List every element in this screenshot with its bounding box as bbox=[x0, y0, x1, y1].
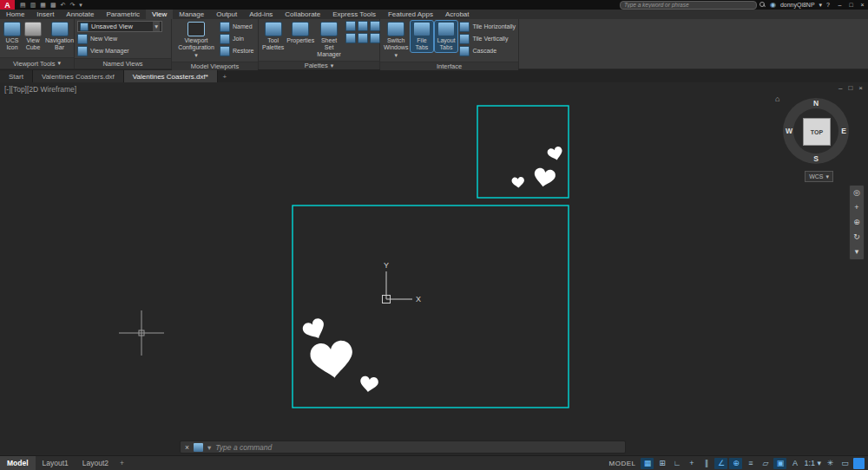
new-view-button[interactable]: New View bbox=[77, 33, 168, 44]
user-dropdown-icon[interactable]: ▾ bbox=[819, 2, 823, 9]
heart-shape-3[interactable] bbox=[301, 317, 329, 343]
named-views-panel-label[interactable]: Named Views bbox=[75, 58, 171, 69]
view-manager-button[interactable]: View Manager bbox=[77, 45, 168, 56]
view-cube-north[interactable]: N bbox=[813, 99, 819, 108]
tile-vertically-button[interactable]: Tile Vertically bbox=[459, 33, 516, 44]
coaster-outline-1[interactable] bbox=[293, 206, 569, 408]
file-tab-1[interactable]: Valentines Coasters.dxf bbox=[33, 70, 124, 82]
view-cube-east[interactable]: E bbox=[841, 127, 846, 135]
open-icon[interactable]: ▥ bbox=[30, 2, 36, 9]
annotation-visibility-icon[interactable]: A bbox=[788, 458, 801, 469]
lineweight-icon[interactable]: ≡ bbox=[744, 458, 757, 469]
shared-views-icon[interactable] bbox=[370, 33, 380, 43]
command-history-icon[interactable]: ▾ bbox=[207, 443, 211, 452]
view-cube-west[interactable]: W bbox=[786, 127, 792, 135]
tile-horizontally-button[interactable]: Tile Horizontally bbox=[459, 21, 516, 32]
maximize-button[interactable]: □ bbox=[845, 2, 857, 8]
view-combo[interactable]: Unsaved View ▾ bbox=[77, 21, 162, 32]
clean-screen-icon[interactable] bbox=[853, 458, 865, 469]
navigation-bar[interactable]: ◎+⊕↻▾ bbox=[849, 185, 865, 260]
zoom-icon[interactable]: ⊕ bbox=[853, 219, 860, 226]
count-palette-icon[interactable] bbox=[358, 21, 368, 31]
dynamic-input-icon[interactable]: + bbox=[685, 458, 698, 469]
ortho-mode-icon[interactable]: ∥ bbox=[700, 458, 713, 469]
close-button[interactable]: × bbox=[857, 2, 868, 8]
file-tab-0[interactable]: Start bbox=[0, 70, 33, 82]
viewport-close-icon[interactable]: × bbox=[858, 84, 863, 92]
viewport-minimize-icon[interactable]: – bbox=[838, 84, 842, 92]
heart-shape-0[interactable] bbox=[547, 146, 564, 162]
qat-dropdown-icon[interactable]: ▾ bbox=[79, 2, 82, 9]
grid-display-icon[interactable]: ▦ bbox=[641, 458, 654, 469]
command-customize-icon[interactable] bbox=[194, 443, 203, 452]
search-input[interactable] bbox=[620, 1, 757, 10]
menu-tab-collaborate[interactable]: Collaborate bbox=[279, 10, 326, 19]
viewport-restore-icon[interactable]: □ bbox=[848, 84, 852, 92]
file-tab-2[interactable]: Valentines Coasters.dxf* bbox=[124, 70, 218, 82]
wcs-selector[interactable]: WCS ▾ bbox=[805, 171, 833, 182]
user-name[interactable]: donnyQi8NP bbox=[780, 2, 815, 8]
heart-shape-5[interactable] bbox=[359, 375, 379, 393]
model-space-badge[interactable]: MODEL bbox=[609, 460, 636, 467]
view-cube-top-face[interactable]: TOP bbox=[803, 118, 831, 146]
menu-tab-manage[interactable]: Manage bbox=[173, 10, 210, 19]
drawing-canvas[interactable]: YX bbox=[0, 82, 868, 456]
navigation-wheel-icon[interactable]: ◎ bbox=[853, 189, 860, 197]
annotation-scale-icon[interactable]: 1:1 ▾ bbox=[803, 458, 822, 469]
combo-dropdown-icon[interactable]: ▾ bbox=[153, 22, 160, 31]
palettes-panel-label[interactable]: Palettes ▾ bbox=[259, 61, 379, 69]
undo-icon[interactable]: ↶ bbox=[61, 2, 66, 9]
user-avatar-icon[interactable]: ◉ bbox=[770, 1, 776, 9]
drawing-area[interactable]: [-][Top][2D Wireframe] – □ × YX TOP N S … bbox=[0, 82, 868, 456]
menu-tab-view[interactable]: View bbox=[146, 10, 173, 19]
tool-palettes-button[interactable]: Tool Palettes bbox=[261, 21, 285, 52]
menu-tab-acrobat[interactable]: Acrobat bbox=[439, 10, 476, 19]
search-icon[interactable] bbox=[760, 2, 766, 8]
minimize-button[interactable]: – bbox=[834, 2, 845, 8]
interface-panel-label[interactable]: Interface bbox=[380, 62, 518, 70]
menu-tab-home[interactable]: Home bbox=[0, 10, 30, 19]
orbit-icon[interactable]: ↻ bbox=[853, 233, 860, 241]
object-snap-icon[interactable]: ⊕ bbox=[729, 458, 742, 469]
menu-tab-parametric[interactable]: Parametric bbox=[100, 10, 146, 19]
heart-shape-1[interactable] bbox=[532, 167, 556, 189]
heart-shape-4[interactable] bbox=[309, 339, 356, 381]
polar-tracking-icon[interactable]: ∠ bbox=[714, 458, 727, 469]
autocad-logo[interactable]: A bbox=[0, 0, 15, 10]
join-viewports-button[interactable]: Join bbox=[220, 33, 254, 44]
layout-tab-layout2[interactable]: Layout2 bbox=[76, 456, 115, 470]
viewport-tools-panel-label[interactable]: Viewport Tools ▾ bbox=[0, 57, 74, 69]
view-cube-button[interactable]: View Cube bbox=[23, 21, 43, 52]
heart-shape-2[interactable] bbox=[511, 177, 524, 189]
restore-viewports-button[interactable]: Restore bbox=[220, 45, 254, 56]
layout-tab-model[interactable]: Model bbox=[0, 456, 36, 470]
model-viewports-panel-label[interactable]: Model Viewports bbox=[172, 62, 258, 70]
menu-tab-express-tools[interactable]: Express Tools bbox=[326, 10, 382, 19]
redo-icon[interactable]: ↷ bbox=[69, 2, 75, 9]
workspace-switching-icon[interactable]: ✳ bbox=[824, 458, 837, 469]
pan-icon[interactable]: + bbox=[854, 204, 858, 212]
print-icon[interactable]: ▩ bbox=[50, 2, 56, 9]
menu-tab-annotate[interactable]: Annotate bbox=[60, 10, 100, 19]
annotation-monitor-icon[interactable]: ▭ bbox=[838, 458, 852, 469]
add-layout-button[interactable]: + bbox=[115, 456, 128, 470]
properties-button[interactable]: Properties bbox=[286, 21, 314, 45]
view-cube[interactable]: TOP N S W E ⌂ bbox=[783, 98, 849, 164]
designcenter-icon[interactable] bbox=[345, 33, 356, 43]
named-viewports-button[interactable]: Named bbox=[220, 21, 254, 32]
selection-cycling-icon[interactable]: ▣ bbox=[773, 458, 786, 469]
new-tab-button[interactable]: + bbox=[218, 70, 232, 82]
switch-windows-button[interactable]: Switch Windows ▾ bbox=[383, 21, 409, 60]
menu-tab-featured-apps[interactable]: Featured Apps bbox=[382, 10, 439, 19]
menu-tab-insert[interactable]: Insert bbox=[30, 10, 60, 19]
menu-tab-add-ins[interactable]: Add-ins bbox=[243, 10, 279, 19]
layout-tab-layout1[interactable]: Layout1 bbox=[36, 456, 76, 470]
layout-tabs-button[interactable]: Layout Tabs bbox=[435, 21, 458, 52]
navigation-bar-button[interactable]: Navigation Bar bbox=[44, 21, 75, 52]
sheet-set-manager-button[interactable]: Sheet Set Manager bbox=[316, 21, 342, 59]
save-icon[interactable]: ▦ bbox=[40, 2, 46, 9]
command-close-icon[interactable]: × bbox=[185, 443, 189, 452]
transparency-icon[interactable]: ▱ bbox=[759, 458, 772, 469]
file-tabs-button[interactable]: File Tabs bbox=[411, 21, 432, 52]
viewport-configuration-button[interactable]: Viewport Configuration ▾ bbox=[174, 21, 218, 60]
